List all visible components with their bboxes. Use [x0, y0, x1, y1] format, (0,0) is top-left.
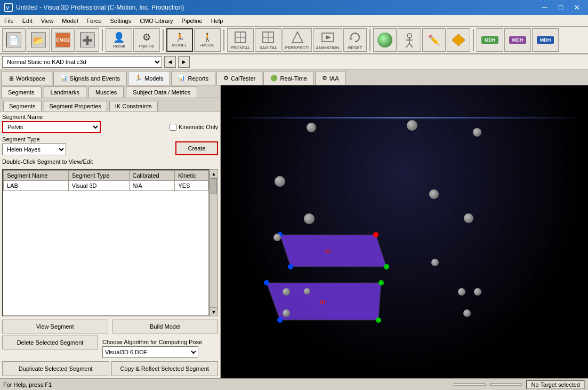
new-button[interactable]: 📄 — [2, 28, 26, 52]
tab-realtime[interactable]: 🟢 Real-Time — [263, 71, 313, 85]
green-icon — [377, 33, 392, 47]
copy-reflect-label: Copy & Reflect Selected Segment — [120, 365, 209, 372]
kinematic-only-checkbox[interactable] — [170, 124, 176, 131]
view-segment-button[interactable]: View Segment — [2, 320, 108, 333]
menu-edit[interactable]: Edit — [18, 17, 37, 25]
table-scrollbar[interactable]: ▲ ▼ — [210, 169, 218, 316]
pencil-button[interactable]: ✏️ — [422, 28, 446, 52]
inner-tab-segments[interactable]: Segments — [3, 101, 42, 111]
segment-name-label: Segment Name — [2, 114, 101, 120]
open-button[interactable]: 📂 — [27, 28, 50, 52]
skeleton-button[interactable] — [398, 28, 421, 52]
sub-tab-segments[interactable]: Segments — [1, 86, 42, 98]
inner-tab-properties[interactable]: Segment Properties — [44, 101, 107, 111]
menu-file[interactable]: File — [0, 17, 18, 25]
sphere-6 — [304, 213, 315, 224]
cell-calibrated: N/A — [129, 181, 175, 191]
sphere-5 — [429, 189, 439, 199]
toolbar-sep-5 — [473, 29, 474, 51]
algo-select[interactable]: Visual3D 6 DOF — [102, 346, 198, 358]
diamond-button[interactable] — [447, 28, 470, 52]
copy-reflect-button[interactable]: Copy & Reflect Selected Segment — [111, 361, 219, 376]
model-button[interactable]: 🏃 MODEL — [166, 28, 193, 52]
sphere-2 — [407, 120, 417, 131]
green-button[interactable] — [373, 28, 397, 52]
tab-iaa[interactable]: ⚙ IAA — [315, 71, 346, 85]
duplicate-segment-button[interactable]: Duplicate Selected Segment — [2, 361, 109, 376]
file-nav-prev[interactable]: ◄ — [164, 56, 176, 68]
new-icon: 📄 — [6, 33, 21, 47]
skeleton-icon — [402, 33, 417, 47]
segment-type-row: Segment Type Helen Hayes Create — [2, 136, 218, 155]
file-bar: Normal Static no KAD trial.c3d ◄ ► — [0, 54, 588, 69]
sub-tab-landmarks-label: Landmarks — [51, 89, 79, 95]
cmo-button[interactable]: CMO2 — [51, 28, 75, 52]
scroll-down-arrow[interactable]: ▼ — [210, 307, 218, 316]
segment-table-wrapper: Segment Name Segment Type Calibrated Kin… — [2, 169, 210, 316]
svg-text:m: m — [325, 248, 331, 255]
sagital-button[interactable]: SAGITAL — [255, 28, 281, 52]
tab-caltester-label: CalTester — [231, 75, 255, 82]
mdh-button-3[interactable]: MDH — [532, 28, 559, 52]
menu-view[interactable]: View — [37, 17, 58, 25]
cmo-icon: CMO2 — [55, 33, 70, 47]
titlebar-controls: ─ □ ✕ — [538, 2, 584, 13]
create-button[interactable]: Create — [175, 141, 218, 155]
delete-segment-button[interactable]: Delete Selected Segment — [2, 336, 98, 349]
build-model-button[interactable]: Build Model — [112, 320, 219, 333]
inner-tab-ik[interactable]: IK Constraints — [109, 101, 158, 111]
sub-tab-subject[interactable]: Subject Data / Metrics — [126, 86, 197, 98]
pipeline-button[interactable]: ⚙ Pipeline — [133, 28, 160, 52]
algo-section: Choose Algorithm for Computing Pose Visu… — [102, 339, 202, 358]
create-btn-label: Create — [188, 145, 205, 152]
sub-tab-muscles-label: Muscles — [95, 89, 117, 95]
file-nav-next[interactable]: ► — [178, 56, 190, 68]
view-build-row: View Segment Build Model — [2, 320, 218, 333]
toolbar-sep-1 — [102, 29, 103, 51]
segment-type-select[interactable]: Helen Hayes — [2, 144, 66, 155]
reset-button[interactable]: RESET — [343, 28, 367, 52]
sub-tab-muscles[interactable]: Muscles — [88, 86, 124, 98]
status-right: No Target selected — [454, 380, 585, 389]
svg-marker-17 — [452, 34, 465, 46]
app-icon: V — [4, 3, 13, 12]
mode-button[interactable]: 🚶 •MODE — [194, 28, 221, 52]
menu-force[interactable]: Force — [82, 17, 106, 25]
segment-name-select[interactable]: Pelvis — [2, 121, 101, 133]
segment-type-section: Segment Type Helen Hayes — [2, 136, 66, 155]
mdh-button-1[interactable]: MDH — [477, 28, 503, 52]
animation-icon — [320, 30, 335, 45]
model-run-icon: 🏃 — [175, 33, 185, 42]
minimize-button[interactable]: ─ — [538, 2, 552, 13]
perspective-button[interactable]: PERSPECTI — [283, 28, 312, 52]
sphere-lower-5 — [283, 309, 290, 317]
menu-model[interactable]: Model — [58, 17, 82, 25]
tab-signals[interactable]: 📊 Signals and Events — [53, 71, 127, 85]
menu-cmo-library[interactable]: CMO Library — [135, 17, 177, 25]
add-icon: ➕ — [80, 33, 95, 47]
col-header-type: Segment Type — [68, 171, 129, 181]
scroll-up-arrow[interactable]: ▲ — [210, 170, 218, 178]
scroll-thumb[interactable] — [211, 178, 217, 194]
view-segment-label: View Segment — [36, 323, 74, 330]
mdh-button-2[interactable]: MDH — [504, 28, 531, 52]
frontal-button[interactable]: FRONTAL — [227, 28, 254, 52]
table-row[interactable]: LAB Visual 3D N/A YES — [4, 181, 208, 191]
sub-tab-landmarks[interactable]: Landmarks — [44, 86, 86, 98]
tab-models[interactable]: 🏃 Models — [128, 71, 170, 85]
model-label: MODEL — [172, 43, 187, 47]
recall-icon: 👤 — [113, 31, 125, 43]
tab-caltester[interactable]: ⚙ CalTester — [216, 71, 262, 85]
file-select[interactable]: Normal Static no KAD trial.c3d — [2, 56, 162, 68]
animation-button[interactable]: ANIMATION — [313, 28, 342, 52]
tab-reports[interactable]: 📊 Reports — [171, 71, 215, 85]
menu-settings[interactable]: Settings — [106, 17, 135, 25]
menu-help[interactable]: Help — [207, 17, 228, 25]
recall-button[interactable]: 👤 Recall — [106, 28, 132, 52]
close-button[interactable]: ✕ — [570, 2, 584, 13]
tab-workspace[interactable]: 🖥 Workspace — [1, 71, 52, 85]
menu-pipeline[interactable]: Pipeline — [178, 17, 207, 25]
tab-signals-label: Signals and Events — [70, 75, 120, 82]
maximize-button[interactable]: □ — [554, 2, 568, 13]
add-button[interactable]: ➕ — [76, 28, 99, 52]
